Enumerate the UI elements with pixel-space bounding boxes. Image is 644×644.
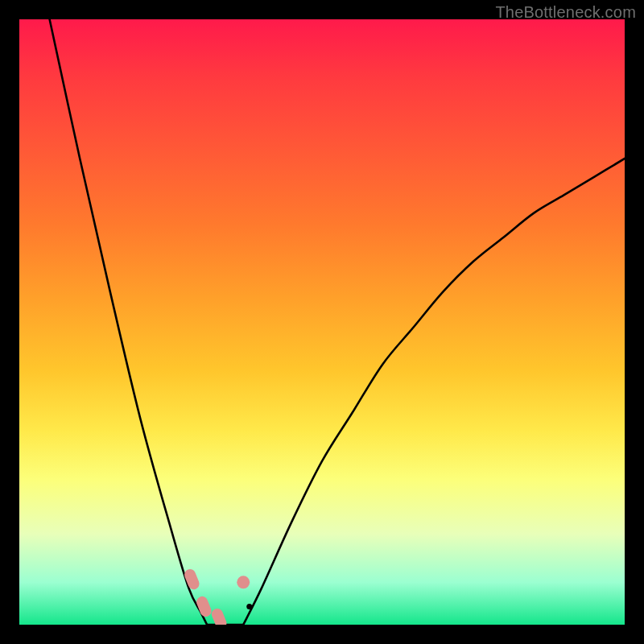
marker-pill-2 bbox=[210, 607, 229, 625]
marker-dot-4 bbox=[246, 604, 252, 609]
marker-dot-3 bbox=[237, 576, 250, 588]
series-group bbox=[50, 19, 625, 625]
marker-group bbox=[183, 568, 252, 625]
curve-layer bbox=[19, 19, 625, 625]
chart-frame: TheBottleneck.com bbox=[0, 0, 644, 644]
plot-area bbox=[19, 19, 625, 625]
series-left-branch bbox=[50, 19, 208, 625]
series-right-branch bbox=[243, 159, 625, 625]
